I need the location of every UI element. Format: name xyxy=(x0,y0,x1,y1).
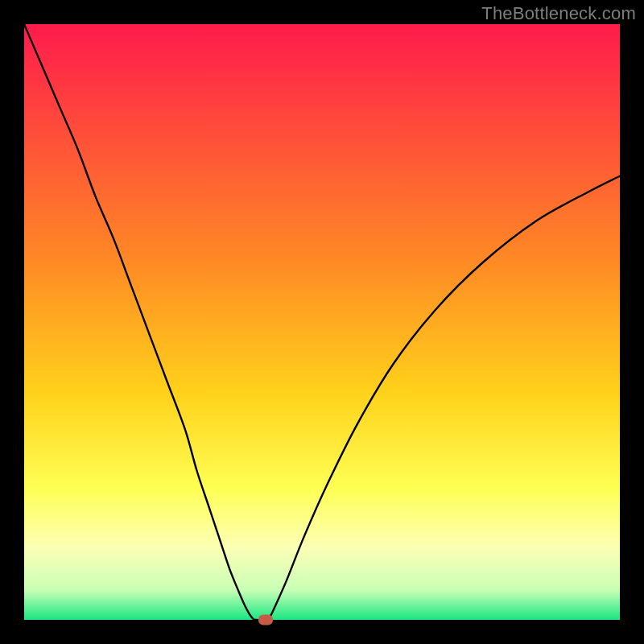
chart-frame: TheBottleneck.com xyxy=(0,0,644,644)
minimum-marker xyxy=(258,615,273,625)
bottleneck-curve xyxy=(24,24,620,620)
watermark-text: TheBottleneck.com xyxy=(481,3,636,24)
curve-layer xyxy=(24,24,620,620)
plot-area xyxy=(24,24,620,620)
